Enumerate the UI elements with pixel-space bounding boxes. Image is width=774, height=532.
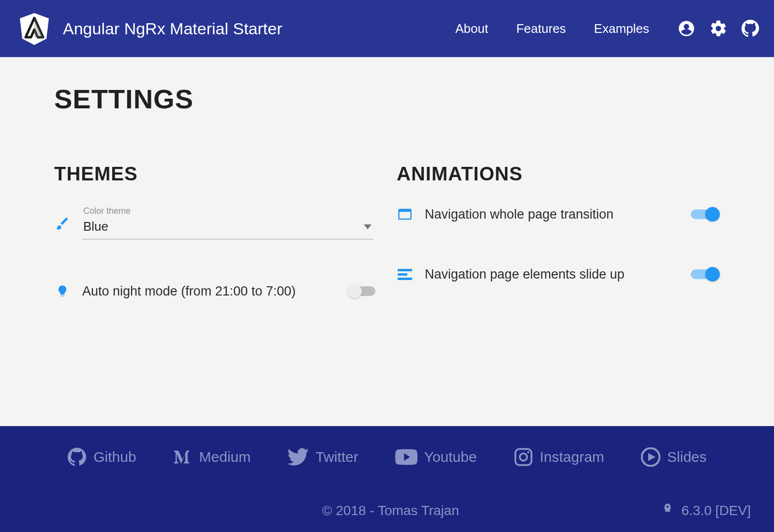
copyright-text: © 2018 - Tomas Trajan (120, 503, 661, 518)
svg-marker-13 (648, 453, 655, 461)
window-icon (397, 206, 413, 222)
gear-icon[interactable] (709, 19, 728, 38)
whole-page-toggle[interactable] (691, 209, 718, 219)
version-group: 6.3.0 [DEV] (661, 502, 751, 518)
nav-links: About Features Examples (455, 21, 649, 36)
night-mode-toggle[interactable] (348, 286, 375, 296)
settings-columns: THEMES Color theme Blue (54, 163, 720, 343)
svg-point-10 (520, 454, 527, 461)
themes-column: THEMES Color theme Blue (54, 163, 377, 343)
nav-link-about[interactable]: About (455, 21, 488, 36)
color-theme-select[interactable]: Color theme Blue (82, 206, 373, 239)
slide-up-toggle[interactable] (691, 269, 718, 279)
app-logo-icon (17, 12, 51, 45)
slide-up-label: Navigation page elements slide up (425, 267, 685, 282)
lines-icon (397, 266, 413, 282)
app-title: Angular NgRx Material Starter (63, 19, 455, 38)
svg-rect-9 (515, 449, 531, 465)
footer-link-youtube[interactable]: Youtube (395, 447, 477, 467)
footer-link-label: Github (93, 449, 136, 465)
footer-link-twitter[interactable]: Twitter (287, 447, 358, 467)
nav-link-examples[interactable]: Examples (594, 21, 649, 36)
app-footer: Github Medium Twitter Youtube Instagram … (0, 426, 774, 532)
night-mode-label: Auto night mode (from 21:00 to 7:00) (82, 284, 342, 299)
footer-link-label: Instagram (540, 449, 604, 465)
footer-links: Github Medium Twitter Youtube Instagram … (19, 447, 755, 467)
footer-link-medium[interactable]: Medium (173, 447, 251, 467)
github-icon[interactable] (741, 19, 759, 38)
color-theme-label: Color theme (82, 206, 373, 216)
app-header: Angular NgRx Material Starter About Feat… (0, 0, 774, 57)
whole-page-row: Navigation whole page transition (397, 206, 720, 222)
footer-link-label: Twitter (315, 449, 358, 465)
color-theme-row: Color theme Blue (54, 206, 377, 239)
footer-link-github[interactable]: Github (67, 447, 136, 467)
svg-point-11 (527, 451, 529, 453)
main-content: SETTINGS THEMES Color theme Blue (0, 57, 774, 426)
lightbulb-icon (54, 283, 71, 299)
version-text: 6.3.0 [DEV] (682, 503, 751, 518)
svg-rect-6 (398, 269, 412, 271)
footer-bottom: © 2018 - Tomas Trajan 6.3.0 [DEV] (19, 502, 755, 518)
nav-link-features[interactable]: Features (516, 21, 566, 36)
header-actions (677, 19, 759, 38)
footer-link-instagram[interactable]: Instagram (514, 447, 604, 467)
slide-up-row: Navigation page elements slide up (397, 266, 720, 282)
footer-link-label: Youtube (424, 449, 477, 465)
animations-column: ANIMATIONS Navigation whole page transit… (397, 163, 720, 343)
night-mode-row: Auto night mode (from 21:00 to 7:00) (54, 283, 377, 299)
account-icon[interactable] (677, 19, 696, 38)
svg-rect-8 (398, 278, 412, 280)
svg-rect-5 (400, 212, 411, 219)
brush-icon (54, 215, 71, 231)
footer-link-label: Slides (667, 449, 707, 465)
animations-heading: ANIMATIONS (397, 163, 720, 185)
color-theme-value: Blue (83, 219, 108, 234)
page-title: SETTINGS (54, 83, 720, 115)
rocket-icon (661, 502, 674, 518)
footer-link-label: Medium (199, 449, 251, 465)
svg-marker-3 (364, 224, 372, 229)
chevron-down-icon (364, 222, 372, 231)
themes-heading: THEMES (54, 163, 377, 185)
svg-rect-7 (398, 273, 407, 276)
footer-link-slides[interactable]: Slides (641, 447, 707, 467)
whole-page-label: Navigation whole page transition (425, 207, 685, 222)
